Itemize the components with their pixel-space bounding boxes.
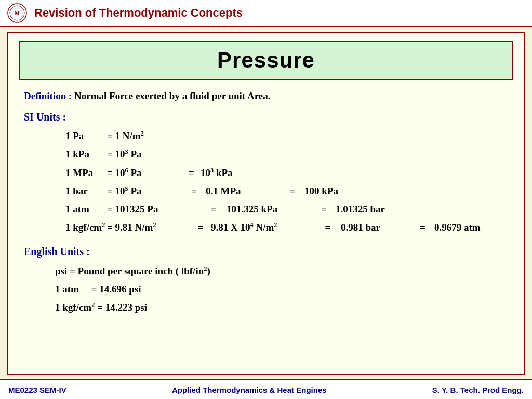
row4-val1: = 105 Pa <box>107 182 180 200</box>
row5-val1: = 101325 Pa <box>107 201 201 218</box>
english-units-content: psi = Pound per square inch ( lbf/in2) 1… <box>55 262 508 316</box>
logo-icon: M <box>7 3 27 23</box>
content-area: Definition : Normal Force exerted by a f… <box>8 85 524 322</box>
row6-val1: = 9.81 N/m2 <box>107 219 190 236</box>
english-units-label: English Units <box>24 246 84 257</box>
definition-colon: : <box>66 90 74 101</box>
si-units-table: 1 Pa = 1 N/m2 1 kPa = 103 Pa 1 MPa = 106… <box>65 127 508 236</box>
table-row: 1 Pa = 1 N/m2 <box>65 127 508 144</box>
row3-val1: = 106 Pa <box>107 164 180 181</box>
pressure-title: Pressure <box>217 48 315 72</box>
row4-eq3: = <box>278 182 304 200</box>
row6-val3: 0.981 bar <box>341 219 408 236</box>
table-row: 1 bar = 105 Pa = 0.1 MPa = 100 kPa <box>65 182 508 200</box>
row5-unit: 1 atm <box>65 201 107 218</box>
english-row-1: psi = Pound per square inch ( lbf/in2) <box>55 262 508 280</box>
row6-eq2: = <box>190 219 211 236</box>
row1-eq1: = 1 N/m2 <box>107 127 144 144</box>
si-units-section: SI Units : 1 Pa = 1 N/m2 1 kPa = 103 Pa … <box>24 111 508 236</box>
english-units-title: English Units : <box>24 246 508 258</box>
footer: ME0223 SEM-IV Applied Thermodynamics & H… <box>0 379 532 399</box>
row1-unit: 1 Pa <box>65 127 107 144</box>
row4-val2: 0.1 MPa <box>206 182 278 200</box>
si-units-colon: : <box>60 111 66 123</box>
row4-val3: 100 kPa <box>304 182 338 200</box>
row3-eq2: = <box>180 164 201 181</box>
si-units-title: SI Units : <box>24 111 508 123</box>
row6-eq4: = <box>408 219 434 236</box>
row4-unit: 1 bar <box>65 182 107 200</box>
row5-eq2: = <box>201 201 227 218</box>
table-row: 1 kgf/cm2 = 9.81 N/m2 = 9.81 X 104 N/m2 … <box>65 219 508 236</box>
english-row-3: 1 kgf/cm2 = 14.223 psi <box>55 298 508 316</box>
row5-val2: 101.325 kPa <box>227 201 310 218</box>
row6-eq3: = <box>315 219 341 236</box>
row3-val2: 103 kPa <box>201 164 233 181</box>
row5-eq3: = <box>310 201 336 218</box>
footer-right: S. Y. B. Tech. Prod Engg. <box>432 385 524 394</box>
header-title: Revision of Thermodynamic Concepts <box>34 6 243 20</box>
svg-text:M: M <box>15 10 20 16</box>
row2-unit: 1 kPa <box>65 145 107 163</box>
row3-unit: 1 MPa <box>65 164 107 181</box>
si-units-label: SI Units <box>24 111 60 123</box>
row6-unit: 1 kgf/cm2 <box>65 219 107 236</box>
english-row-2: 1 atm = 14.696 psi <box>55 280 508 298</box>
row6-val2: 9.81 X 104 N/m2 <box>211 219 315 236</box>
footer-left: ME0223 SEM-IV <box>8 385 66 394</box>
table-row: 1 atm = 101325 Pa = 101.325 kPa = 1.0132… <box>65 201 508 218</box>
english-units-section: English Units : psi = Pound per square i… <box>24 246 508 316</box>
table-row: 1 MPa = 106 Pa = 103 kPa <box>65 164 508 181</box>
main-content: Pressure Definition : Normal Force exert… <box>7 32 525 375</box>
pressure-banner: Pressure <box>19 41 513 80</box>
footer-center: Applied Thermodynamics & Heat Engines <box>172 385 327 394</box>
definition-line: Definition : Normal Force exerted by a f… <box>24 90 508 102</box>
english-units-colon: : <box>84 246 90 257</box>
row2-eq1: = 103 Pa <box>107 145 142 163</box>
row5-val3: 1.01325 bar <box>336 201 385 218</box>
definition-label: Definition <box>24 90 66 101</box>
definition-text: Normal Force exerted by a fluid per unit… <box>74 90 270 101</box>
row6-val4: 0.9679 atm <box>434 219 481 236</box>
table-row: 1 kPa = 103 Pa <box>65 145 508 163</box>
header: M Revision of Thermodynamic Concepts <box>0 0 532 27</box>
row4-eq2: = <box>180 182 206 200</box>
